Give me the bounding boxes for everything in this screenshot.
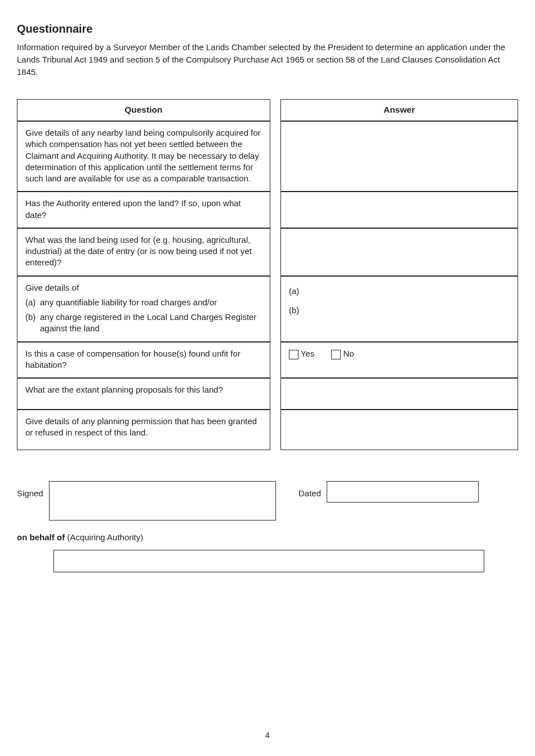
behalf-input[interactable] xyxy=(54,550,484,572)
question-2: Has the Authority entered upon the land?… xyxy=(17,192,270,228)
on-behalf-row: on behalf of (Acquiring Authority) xyxy=(17,532,518,543)
q4-a-text: any quantifiable liability for road char… xyxy=(40,297,217,308)
signature-row: Signed Dated xyxy=(17,481,518,521)
answer-3[interactable] xyxy=(280,228,518,276)
behalf-prefix: on behalf of xyxy=(17,532,67,542)
gap xyxy=(270,342,280,379)
answer-1[interactable] xyxy=(280,121,518,192)
checkbox-yes-wrap[interactable]: Yes xyxy=(289,348,314,359)
answer-4a[interactable]: (a) xyxy=(289,286,510,297)
question-6: What are the extant planning proposals f… xyxy=(17,378,270,410)
header-question: Question xyxy=(17,99,270,121)
checkbox-no[interactable] xyxy=(331,350,341,359)
question-4: Give details of (a) any quantifiable lia… xyxy=(17,276,270,342)
answer-7[interactable] xyxy=(280,410,518,450)
question-1: Give details of any nearby land being co… xyxy=(17,121,270,192)
signed-input[interactable] xyxy=(49,481,276,521)
checkbox-no-wrap[interactable]: No xyxy=(331,348,354,359)
page-number: 4 xyxy=(17,730,518,741)
question-3: What was the land being used for (e.g. h… xyxy=(17,228,270,276)
dated-label: Dated xyxy=(298,481,321,499)
gap xyxy=(270,228,280,276)
gap xyxy=(270,99,280,121)
answer-4b[interactable]: (b) xyxy=(289,305,510,316)
q4-b-text: any charge registered in the Local Land … xyxy=(40,312,262,335)
header-answer: Answer xyxy=(280,99,518,121)
question-5: Is this a case of compensation for house… xyxy=(17,342,270,379)
checkbox-yes[interactable] xyxy=(289,350,298,359)
behalf-role: (Acquiring Authority) xyxy=(67,532,143,542)
questionnaire-table: Question Answer Give details of any near… xyxy=(17,99,518,450)
page-title: Questionnaire xyxy=(17,21,518,37)
answer-6[interactable] xyxy=(280,378,518,410)
label-yes: Yes xyxy=(301,348,314,359)
answer-5: Yes No xyxy=(280,342,518,379)
label-no: No xyxy=(343,348,354,359)
gap xyxy=(270,410,280,450)
gap xyxy=(270,192,280,228)
answer-4[interactable]: (a) (b) xyxy=(280,276,518,342)
question-7: Give details of any planning permission … xyxy=(17,410,270,450)
intro-paragraph: Information required by a Surveyor Membe… xyxy=(17,41,518,78)
q4-b-tag: (b) xyxy=(25,312,40,335)
answer-2[interactable] xyxy=(280,192,518,228)
dated-input[interactable] xyxy=(327,481,479,502)
q4-a-tag: (a) xyxy=(25,297,40,308)
signed-label: Signed xyxy=(17,481,43,499)
q4-lead: Give details of xyxy=(25,282,262,293)
gap xyxy=(270,276,280,342)
gap xyxy=(270,121,280,192)
gap xyxy=(270,378,280,410)
